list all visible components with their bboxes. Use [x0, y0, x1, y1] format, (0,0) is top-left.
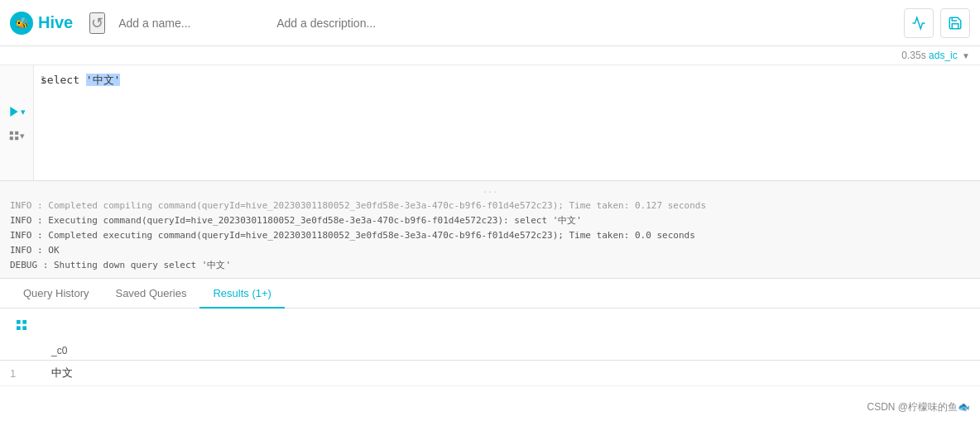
results-section: _c0 1 中文 [0, 309, 980, 421]
row-number: 1 [0, 361, 41, 386]
grid-icon [8, 130, 20, 141]
tab-results[interactable]: Results (1+) [199, 279, 284, 308]
save-button[interactable] [940, 8, 970, 38]
code-text: select '中文' [41, 74, 120, 86]
app-title: Hive [38, 13, 73, 32]
query-desc-input[interactable] [276, 17, 904, 30]
table-row: 1 中文 [0, 361, 980, 386]
chart-icon [911, 16, 926, 31]
row-value: 中文 [41, 361, 980, 386]
svg-rect-7 [17, 326, 21, 330]
svg-rect-2 [15, 132, 18, 135]
svg-rect-4 [15, 136, 18, 140]
top-actions [904, 8, 970, 38]
results-grid-button[interactable] [10, 313, 33, 337]
run-icon [7, 105, 21, 118]
chevron-down-icon: ▼ [962, 51, 970, 60]
svg-rect-6 [22, 320, 26, 324]
results-table: _c0 1 中文 [0, 342, 980, 386]
editor-timing: 0.35s ads_ic ▼ [0, 46, 980, 65]
log-divider: ··· [10, 186, 970, 199]
tabs-bar: Query History Saved Queries Results (1+) [0, 279, 980, 309]
results-toolbar [0, 309, 980, 342]
tab-query-history[interactable]: Query History [10, 279, 102, 308]
log-section: ··· INFO : Completed compiling command(q… [0, 181, 980, 279]
log-line: INFO : Executing command(queryId=hive_20… [10, 213, 970, 228]
save-icon [948, 16, 963, 31]
svg-marker-0 [10, 107, 17, 117]
editor-content[interactable]: select '中文' [34, 65, 980, 180]
log-line: INFO : Completed compiling command(query… [10, 199, 970, 213]
undo-button[interactable]: ↺ [89, 12, 105, 34]
svg-rect-1 [10, 132, 13, 135]
log-line: DEBUG : Shutting down query select '中文' [10, 258, 970, 273]
selected-code: '中文' [86, 74, 121, 86]
watermark: CSDN @柠檬味的鱼🐟 [867, 400, 970, 414]
chart-button[interactable] [904, 8, 934, 38]
tab-saved-queries[interactable]: Saved Queries [102, 279, 199, 308]
log-line: INFO : OK [10, 243, 970, 258]
grid-button[interactable]: ▾ [5, 127, 28, 145]
query-name-input[interactable] [118, 17, 263, 30]
svg-rect-3 [10, 136, 13, 140]
app-logo: 🐝 Hive [10, 12, 73, 35]
editor-section: ▾ ▾ 1 select '中文' [0, 65, 980, 181]
svg-rect-5 [17, 320, 21, 324]
svg-rect-8 [22, 326, 26, 330]
db-selector[interactable]: ads_ic ▼ [929, 50, 970, 61]
editor-body: ▾ ▾ 1 select '中文' [0, 65, 980, 181]
log-line: INFO : Completed executing command(query… [10, 228, 970, 243]
run-button[interactable]: ▾ [4, 102, 29, 122]
row-num-header [0, 342, 41, 361]
results-grid-icon [15, 318, 28, 332]
column-header: _c0 [41, 342, 980, 361]
top-bar: 🐝 Hive ↺ [0, 0, 980, 46]
logo-icon: 🐝 [10, 12, 33, 35]
